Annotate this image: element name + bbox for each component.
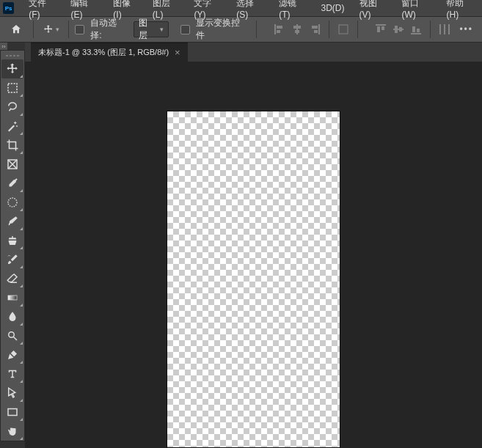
move-icon — [43, 23, 54, 35]
align-group-horizontal — [271, 21, 323, 37]
chevron-down-icon: ▾ — [56, 26, 59, 33]
expand-panels-button[interactable]: ›› — [0, 43, 7, 50]
type-tool[interactable] — [1, 364, 23, 383]
menu-file[interactable]: 文件(F) — [21, 0, 63, 22]
document-tab[interactable]: 未标题-1 @ 33.3% (图层 1, RGB/8#) × — [31, 43, 188, 62]
menu-filter[interactable]: 滤镜(T) — [271, 0, 313, 22]
svg-rect-10 — [376, 24, 386, 26]
svg-point-24 — [8, 198, 17, 207]
align-group-vertical — [373, 21, 424, 37]
close-tab-button[interactable]: × — [175, 47, 180, 58]
svg-rect-18 — [417, 29, 420, 32]
svg-rect-11 — [377, 26, 380, 32]
distribute-button[interactable] — [437, 21, 453, 37]
svg-rect-1 — [277, 26, 282, 29]
svg-rect-2 — [277, 30, 280, 33]
svg-rect-27 — [8, 409, 17, 416]
svg-rect-21 — [448, 24, 450, 34]
menu-window[interactable]: 窗口(W) — [394, 0, 439, 22]
crop-tool[interactable] — [1, 136, 23, 155]
svg-rect-19 — [439, 24, 441, 34]
menu-help[interactable]: 帮助(H) — [439, 0, 482, 22]
auto-select-label: 自动选择: — [90, 17, 127, 42]
separator — [256, 21, 257, 38]
svg-point-26 — [9, 332, 15, 338]
home-button[interactable] — [4, 20, 27, 39]
align-bottom-button[interactable] — [408, 21, 424, 37]
separator — [430, 21, 431, 38]
align-vcenter-button[interactable] — [390, 21, 406, 37]
clone-stamp-tool[interactable] — [1, 231, 23, 250]
workspace: ›› 未标题-1 @ 33.3 — [0, 43, 482, 448]
svg-rect-14 — [395, 26, 398, 33]
tool-preset-picker[interactable]: ▾ — [40, 23, 62, 35]
marquee-tool[interactable] — [1, 78, 23, 98]
align-hcenter-button[interactable] — [289, 21, 305, 37]
show-transform-label: 显示变换控件 — [196, 17, 248, 42]
rectangle-tool[interactable] — [1, 403, 23, 422]
magic-wand-tool[interactable] — [1, 117, 23, 136]
svg-rect-16 — [411, 33, 421, 34]
move-tool[interactable] — [1, 59, 23, 78]
auto-select-checkbox[interactable] — [75, 25, 84, 34]
document-tabbar: 未标题-1 @ 33.3% (图层 1, RGB/8#) × — [25, 43, 482, 62]
healing-brush-tool[interactable] — [1, 193, 23, 212]
svg-rect-5 — [295, 30, 299, 33]
history-brush-tool[interactable] — [1, 250, 23, 269]
ps-logo-icon: Ps — [3, 2, 14, 14]
document-tab-title: 未标题-1 @ 33.3% (图层 1, RGB/8#) — [38, 47, 169, 58]
svg-rect-15 — [399, 27, 402, 32]
document-canvas[interactable] — [167, 111, 340, 447]
chevron-down-icon: ▾ — [160, 26, 164, 33]
lasso-tool[interactable] — [1, 98, 23, 117]
document-area: 未标题-1 @ 33.3% (图层 1, RGB/8#) × — [25, 43, 482, 448]
separator — [357, 21, 358, 38]
svg-rect-17 — [412, 26, 415, 32]
svg-rect-0 — [274, 24, 276, 34]
auto-select-value: 图层 — [139, 17, 156, 42]
align-dropdown[interactable] — [335, 21, 351, 37]
auto-select-dropdown[interactable]: 图层 ▾ — [134, 21, 169, 37]
toolbox-grip[interactable] — [1, 54, 24, 58]
menu-view[interactable]: 视图(V) — [352, 0, 395, 22]
home-icon — [10, 23, 22, 35]
more-options-button[interactable]: ••• — [455, 24, 478, 34]
separator — [329, 21, 329, 38]
brush-tool[interactable] — [1, 212, 23, 231]
align-right-button[interactable] — [307, 21, 323, 37]
align-left-button[interactable] — [271, 21, 288, 37]
hand-tool[interactable] — [1, 422, 23, 441]
eyedropper-tool[interactable] — [1, 174, 23, 193]
menu-3d[interactable]: 3D(D) — [314, 1, 352, 15]
svg-rect-9 — [339, 25, 348, 34]
svg-rect-7 — [312, 26, 318, 29]
svg-rect-4 — [293, 26, 301, 29]
toolbox — [0, 50, 25, 441]
svg-rect-22 — [8, 84, 17, 92]
frame-tool[interactable] — [1, 155, 23, 174]
svg-rect-12 — [381, 26, 384, 30]
path-selection-tool[interactable] — [1, 383, 23, 403]
svg-rect-20 — [444, 24, 445, 34]
separator — [68, 21, 69, 38]
menu-bar: Ps 文件(F) 编辑(E) 图像(I) 图层(L) 文字(Y) 选择(S) 滤… — [0, 0, 482, 16]
show-transform-checkbox[interactable] — [180, 25, 190, 34]
gradient-tool[interactable] — [1, 288, 23, 307]
eraser-tool[interactable] — [1, 269, 23, 288]
svg-rect-6 — [318, 24, 320, 34]
svg-rect-25 — [8, 295, 17, 300]
canvas-viewport[interactable] — [25, 62, 482, 448]
svg-rect-8 — [314, 30, 318, 33]
separator — [33, 21, 34, 38]
blur-tool[interactable] — [1, 307, 23, 326]
align-top-button[interactable] — [373, 21, 389, 37]
pen-tool[interactable] — [1, 345, 23, 364]
dodge-tool[interactable] — [1, 326, 23, 345]
